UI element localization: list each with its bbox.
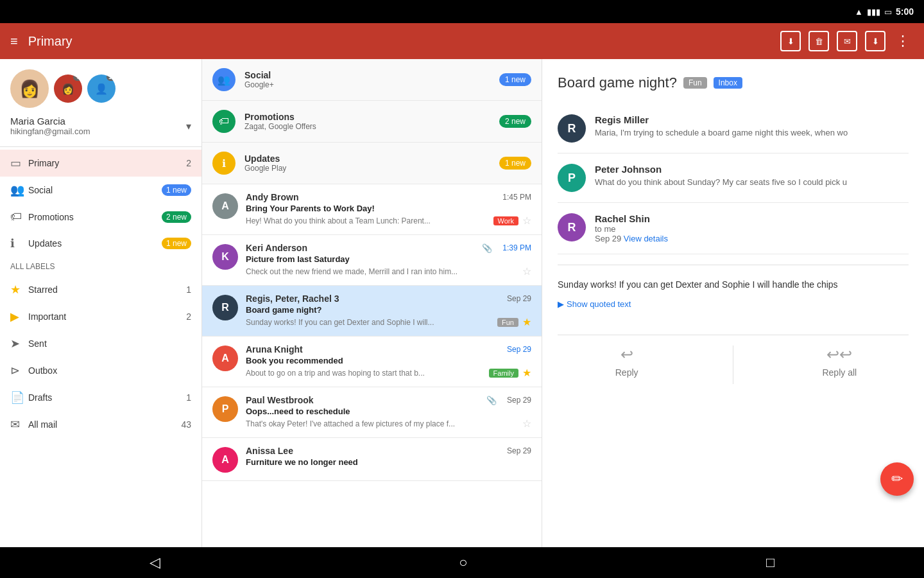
sidebar-label-primary: Primary: [28, 158, 186, 168]
sidebar-item-updates[interactable]: ℹ Updates 1 new: [0, 230, 201, 257]
all-labels-heading: All labels: [0, 257, 201, 276]
third-avatar[interactable]: 👤 10: [87, 74, 116, 103]
main-layout: 👩 👩 5 👤 10 Maria Garcia hikingfan@gmail.…: [0, 59, 924, 547]
email-detail: Board game night? Fun Inbox R Regis Mill…: [542, 59, 924, 547]
more-options-button[interactable]: ⋮: [892, 29, 914, 53]
message-avatar-peter: P: [558, 164, 586, 192]
delete-button[interactable]: 🗑: [809, 31, 829, 51]
star-keri[interactable]: ☆: [522, 265, 531, 277]
label-button[interactable]: ⬇: [865, 31, 886, 51]
message-to-rachel: to me: [595, 224, 909, 234]
label-icon: ⬇: [872, 37, 879, 46]
email-time-aruna: Sep 29: [507, 345, 531, 354]
sidebar-item-promotions[interactable]: 🏷 Promotions 2 new: [0, 204, 201, 230]
email-meta-regis: Sunday works! If you can get Dexter and …: [246, 316, 531, 328]
account-dropdown-button[interactable]: ▾: [186, 120, 191, 132]
second-avatar[interactable]: 👩 5: [54, 74, 82, 103]
message-thread: R Regis Miller Maria, I'm trying to sche…: [558, 104, 909, 254]
star-paul[interactable]: ☆: [522, 417, 531, 430]
detail-subject: Board game night?: [558, 74, 677, 91]
home-button[interactable]: ○: [459, 554, 467, 571]
email-preview-paul: That's okay Peter! I've attached a few p…: [246, 419, 522, 428]
promo-category-icon: 🏷: [212, 110, 235, 133]
status-icons: ▲ ▮▮▮ ▭ 5:00: [855, 6, 914, 17]
sidebar-item-important[interactable]: ▶ Important 2: [0, 303, 201, 330]
message-item-regis[interactable]: R Regis Miller Maria, I'm trying to sche…: [558, 104, 909, 153]
email-subject-paul: Oops...need to reschedule: [246, 407, 531, 416]
drafts-count: 1: [186, 392, 191, 403]
email-subject-keri: Picture from last Saturday: [246, 254, 531, 264]
avatar-paul: P: [212, 396, 238, 422]
attachment-icon-keri: 📎: [482, 243, 492, 253]
email-subject-regis: Board game night?: [246, 305, 531, 315]
email-item-anissa[interactable]: A Anissa Lee Sep 29 Furniture we no long…: [202, 438, 542, 481]
profile-email: hikingfan@gmail.com: [10, 127, 90, 136]
email-subject-anissa: Furniture we no longer need: [246, 457, 531, 467]
email-content-andy: Andy Brown 1:45 PM Bring Your Parents to…: [246, 192, 531, 227]
email-item-paul[interactable]: P Paul Westbrook 📎 Sep 29 Oops...need to…: [202, 387, 542, 438]
sidebar-item-starred[interactable]: ★ Starred 1: [0, 276, 201, 303]
email-subject-andy: Bring Your Parents to Work Day!: [246, 204, 531, 213]
email-header-andy: Andy Brown 1:45 PM: [246, 192, 531, 202]
sidebar-label-drafts: Drafts: [28, 392, 186, 403]
email-time-regis: Sep 29: [507, 294, 531, 303]
sidebar: 👩 👩 5 👤 10 Maria Garcia hikingfan@gmail.…: [0, 59, 202, 547]
main-avatar[interactable]: 👩: [10, 69, 49, 108]
divider: [733, 346, 733, 384]
sidebar-profile: 👩 👩 5 👤 10 Maria Garcia hikingfan@gmail.…: [0, 59, 201, 147]
star-andy[interactable]: ☆: [522, 215, 531, 227]
sidebar-label-social: Social: [28, 185, 162, 195]
archive-button[interactable]: ⬇: [780, 31, 801, 51]
category-social[interactable]: 👥 Social Google+ 1 new: [202, 59, 542, 101]
message-name-regis: Regis Miller: [595, 114, 909, 125]
message-item-rachel[interactable]: R Rachel Shin to me Sep 29 View details: [558, 203, 909, 254]
email-item-regis[interactable]: R Regis, Peter, Rachel 3 Sep 29 Board ga…: [202, 286, 542, 337]
allmail-icon: ✉: [10, 417, 28, 432]
message-name-rachel: Rachel Shin: [595, 213, 909, 224]
view-details-link[interactable]: View details: [624, 234, 668, 243]
sidebar-label-starred: Starred: [28, 285, 186, 295]
email-header-aruna: Aruna Knight Sep 29: [246, 344, 531, 355]
updates-category-sub: Google Play: [244, 164, 499, 173]
wifi-icon: ▲: [855, 7, 863, 17]
email-sender-keri: Keri Anderson: [246, 243, 307, 253]
message-item-peter[interactable]: P Peter Johnson What do you think about …: [558, 153, 909, 203]
updates-icon: ℹ: [10, 236, 28, 250]
reply-all-label: Reply all: [822, 367, 857, 378]
message-date-rachel: Sep 29 View details: [595, 234, 909, 243]
back-button[interactable]: ◁: [150, 554, 160, 571]
reply-button[interactable]: ↩ Reply: [595, 346, 659, 384]
promo-category-info: Promotions Zagat, Google Offers: [244, 112, 499, 131]
category-promotions[interactable]: 🏷 Promotions Zagat, Google Offers 2 new: [202, 101, 542, 143]
star-regis[interactable]: ★: [522, 316, 531, 328]
message-name-peter: Peter Johnson: [595, 164, 909, 175]
tag-fun-regis: Fun: [497, 318, 518, 327]
reply-all-button[interactable]: ↩↩ Reply all: [807, 346, 871, 384]
compose-fab-button[interactable]: ✏: [880, 462, 914, 496]
email-preview-regis: Sunday works! If you can get Dexter and …: [246, 318, 497, 327]
email-item-aruna[interactable]: A Aruna Knight Sep 29 Book you recommend…: [202, 337, 542, 387]
category-updates[interactable]: ℹ Updates Google Play 1 new: [202, 143, 542, 184]
sidebar-item-allmail[interactable]: ✉ All mail 43: [0, 411, 201, 438]
sidebar-item-drafts[interactable]: 📄 Drafts 1: [0, 384, 201, 411]
recents-button[interactable]: □: [766, 554, 774, 571]
sidebar-label-outbox: Outbox: [28, 365, 191, 376]
avatar-anissa: A: [212, 447, 238, 473]
expand-icon: ▶: [558, 299, 564, 309]
starred-icon: ★: [10, 283, 28, 297]
show-quoted-text-button[interactable]: ▶ Show quoted text: [558, 299, 909, 309]
reply-all-icon: ↩↩: [826, 346, 852, 363]
drafts-icon: 📄: [10, 390, 28, 405]
sidebar-item-sent[interactable]: ➤ Sent: [0, 330, 201, 357]
star-aruna[interactable]: ★: [522, 367, 531, 379]
promo-category-badge: 2 new: [499, 115, 531, 128]
sidebar-item-social[interactable]: 👥 Social 1 new: [0, 177, 201, 204]
sidebar-item-primary[interactable]: ▭ Primary 2: [0, 150, 201, 177]
hamburger-menu-button[interactable]: ≡: [10, 34, 18, 49]
email-item-andy[interactable]: A Andy Brown 1:45 PM Bring Your Parents …: [202, 184, 542, 235]
mail-button[interactable]: ✉: [837, 31, 857, 51]
email-item-keri[interactable]: K Keri Anderson 📎 1:39 PM Picture from l…: [202, 235, 542, 286]
social-category-name: Social: [244, 70, 499, 80]
sidebar-item-outbox[interactable]: ⊳ Outbox: [0, 357, 201, 384]
tag-work-andy: Work: [493, 216, 518, 225]
